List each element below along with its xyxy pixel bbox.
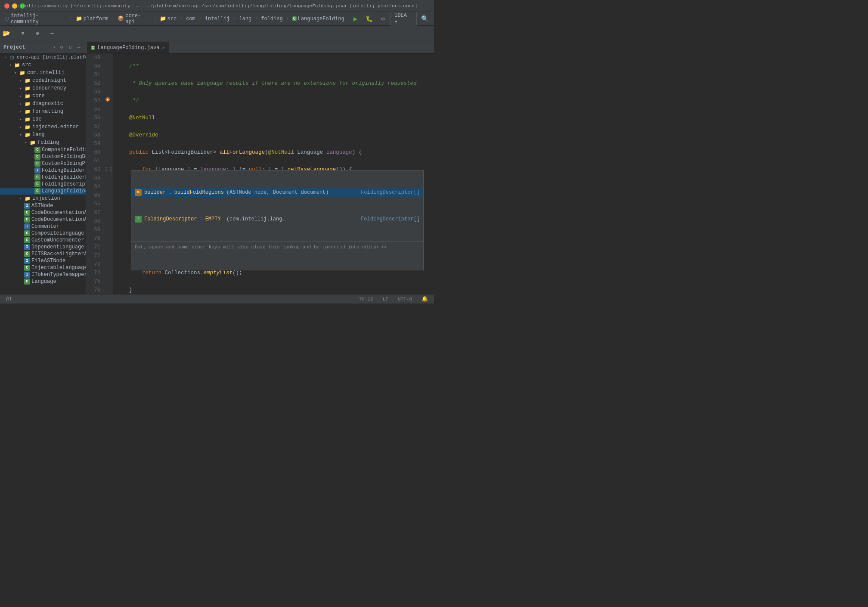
statusbar: ⛙ 78:12 LF UTF-8 🔔 [0, 294, 434, 304]
tree-label: CodeDocumentationAwareCo [31, 210, 86, 216]
tree-item-core[interactable]: ▸ 📁 core [0, 92, 86, 100]
tree-item-formatting[interactable]: ▸ 📁 formatting [0, 108, 86, 115]
tree-label: CompositeFoldingBuilder [42, 147, 86, 153]
gutter-marker-54[interactable]: ● [105, 96, 111, 102]
tab-close-icon[interactable]: ✕ [162, 45, 164, 50]
tree-item-fctsbackedlighterast[interactable]: ▸ C FCTSBackedLighterAST [0, 251, 86, 257]
tree-item-language[interactable]: ▸ C Language [0, 278, 86, 285]
tab-languagefolding[interactable]: C LanguageFolding.java ✕ [86, 42, 169, 53]
status-hg[interactable]: ⛙ [3, 296, 14, 302]
gutter-fold-62[interactable]: [-] [105, 165, 112, 172]
tree-item-codedoc2[interactable]: ▸ C CodeDocumentationAwareCo [0, 216, 86, 223]
tree-item-commenter[interactable]: ▸ I Commenter [0, 223, 86, 230]
collapse-btn[interactable]: — [46, 28, 58, 40]
tree-spacer: ▸ [17, 217, 24, 222]
search-everywhere-button[interactable]: 🔍 [418, 13, 431, 25]
tree-spacer: ▸ [28, 155, 34, 159]
tree-item-astnode[interactable]: ▸ I ASTNode [0, 202, 86, 209]
debug-button[interactable]: 🐛 [363, 13, 375, 25]
tree-item-foldingdescriptor[interactable]: ▸ C FoldingDescriptor [0, 181, 86, 188]
tree-item-lang[interactable]: ▾ 📁 lang [0, 131, 86, 139]
nav-item-languagefolding[interactable]: C LanguageFolding [291, 15, 346, 23]
tree-item-customfoldingbuilder[interactable]: ▸ C CustomFoldingBuilder [0, 153, 86, 160]
hint-link[interactable]: >> [381, 243, 387, 251]
status-notifications[interactable]: 🔔 [419, 296, 431, 302]
nav-item-com[interactable]: com [184, 15, 197, 23]
line-num-62: 62 [86, 165, 100, 174]
sidebar-sync-icon[interactable]: ↻ [67, 44, 74, 51]
close-button[interactable] [4, 3, 9, 9]
tree-item-foldingbuilder[interactable]: ▸ I FoldingBuilder [0, 167, 86, 174]
tree-item-foldingbuilderex[interactable]: ▸ C FoldingBuilderEx [0, 174, 86, 181]
tree-arrow: ▸ [17, 196, 24, 201]
tree-item-diagnostic[interactable]: ▸ 📁 diagnostic [0, 100, 86, 108]
line-num-63: 63 [86, 174, 100, 183]
tree-item-fileastnode[interactable]: ▸ I FileASTNode [0, 257, 86, 264]
tree-item-itokentyperemapper[interactable]: ▸ I ITokenTypeRemapper [0, 271, 86, 278]
breakpoint-icon: ● [105, 97, 110, 102]
tree-item-compositelanguage[interactable]: ▸ C CompositeLanguage [0, 230, 86, 237]
tree-item-root[interactable]: ▾ ◫ core-api [intellij.platform.core] [0, 53, 86, 61]
tree-item-languagefolding[interactable]: ▸ C LanguageFolding [0, 188, 86, 195]
tree-item-com-intellij[interactable]: ▾ 📁 com.intellij [0, 69, 86, 77]
tree-item-dependentlanguage[interactable]: ▸ I DependentLanguage [0, 244, 86, 251]
tree-label: folding [37, 139, 59, 146]
status-encoding[interactable]: UTF-8 [395, 297, 415, 302]
status-line-ending[interactable]: LF [380, 297, 391, 302]
tree-item-src[interactable]: ▾ 📁 src [0, 61, 86, 69]
dropdown-arrow[interactable]: ▾ [53, 45, 56, 50]
nav-label: core-api [125, 13, 150, 25]
code-line-62: } [116, 286, 434, 294]
tree-label: core-api [intellij.platform.core] [17, 55, 86, 60]
tree-item-ide[interactable]: ▸ 📁 ide [0, 115, 86, 123]
class-icon: C [34, 181, 40, 187]
nav-item-coreapi[interactable]: 📦 core-api [116, 12, 152, 26]
sidebar-gear-icon[interactable]: ⚙ [58, 44, 65, 51]
ide-selector[interactable]: IDEA ▾ [391, 11, 417, 26]
tree-arrow: ▸ [17, 86, 24, 91]
folder-icon: 📁 [76, 15, 82, 22]
code-content[interactable]: /** * Only queries base language results… [113, 53, 434, 294]
code-line-49: /** [116, 62, 434, 71]
interface-icon: I [24, 203, 30, 209]
project-icon: ⬡ [5, 16, 9, 22]
tree-arrow: ▸ [17, 94, 24, 99]
code-line-51: */ [116, 96, 434, 105]
autocomplete-item-2[interactable]: f FoldingDescriptor.EMPTY (com.intellij.… [131, 214, 423, 224]
project-view-btn[interactable]: ≡ [17, 28, 29, 40]
tree-spacer: ▸ [28, 168, 34, 173]
line-num-67: 67 [86, 208, 100, 217]
code-editor[interactable]: 49 50 51 52 53 54 55 56 57 58 59 60 61 6… [86, 53, 434, 294]
nav-item-platform[interactable]: 📁 platform [74, 15, 110, 23]
build-button[interactable]: ⚙ [377, 13, 389, 25]
tree-item-folding[interactable]: ▾ 📁 folding [0, 139, 86, 146]
nav-item-folding[interactable]: folding [259, 15, 284, 23]
tree-label: CodeDocumentationAwareCo [31, 217, 86, 223]
status-position[interactable]: 78:12 [356, 297, 376, 302]
autocomplete-item-1[interactable]: m builder.buildFoldRegions(ASTNode node,… [131, 188, 423, 197]
tree-spacer: ▸ [28, 175, 34, 180]
tree-item-injection[interactable]: ▸ 📁 injection [0, 195, 86, 202]
tree-item-customuncommenter[interactable]: ▸ C CustomUncommenter [0, 237, 86, 244]
tree-arrow: ▸ [17, 117, 24, 122]
sidebar-header: Project ▾ ⚙ ↻ — [0, 41, 86, 53]
code-line-53: @Override [116, 131, 434, 139]
nav-separator: › [286, 16, 289, 21]
module-icon: ◫ [9, 54, 16, 61]
run-button[interactable]: ▶ [350, 13, 362, 25]
tree-item-compositefoldingbuilder[interactable]: ▸ C CompositeFoldingBuilder [0, 146, 86, 153]
nav-item-project[interactable]: ⬡ intellij-community [3, 12, 68, 26]
tree-item-customfoldingprovider[interactable]: ▸ C CustomFoldingProvider [0, 160, 86, 167]
sidebar-icon-btn[interactable]: 📂 [3, 30, 9, 37]
tree-item-concurrency[interactable]: ▸ 📁 concurrency [0, 84, 86, 92]
nav-item-intellij[interactable]: intellij [203, 15, 232, 23]
tree-item-codedoc1[interactable]: ▸ C CodeDocumentationAwareCo [0, 209, 86, 216]
tree-item-injected-editor[interactable]: ▸ 📁 injected.editor [0, 123, 86, 131]
config-btn[interactable]: ⚙ [31, 28, 43, 40]
sidebar-collapse-icon[interactable]: — [75, 44, 82, 51]
line-num-71: 71 [86, 243, 100, 251]
tree-item-codeinsight[interactable]: ▸ 📁 codeInsight [0, 77, 86, 84]
nav-item-lang[interactable]: lang [237, 15, 253, 23]
nav-item-src[interactable]: 📁 src [158, 15, 179, 23]
tree-item-injectablelanguage[interactable]: ▸ C InjectableLanguage [0, 264, 86, 271]
